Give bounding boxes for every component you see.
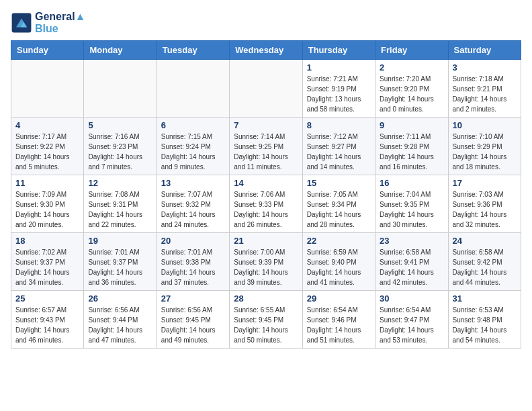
- sunset-text: Sunset: 9:24 PM: [161, 143, 211, 150]
- sunrise-text: Sunrise: 6:59 AM: [307, 248, 358, 256]
- day-number: 13: [161, 178, 225, 188]
- daylight-text: Daylight: 14 hours and 5 minutes.: [15, 153, 70, 171]
- daylight-text: Daylight: 14 hours and 28 minutes.: [307, 211, 361, 228]
- calendar-cell: 12 Sunrise: 7:08 AM Sunset: 9:31 PM Dayl…: [84, 175, 157, 233]
- calendar-cell: 17 Sunrise: 7:03 AM Sunset: 9:36 PM Dayl…: [448, 175, 521, 233]
- day-number: 19: [88, 236, 152, 246]
- daylight-text: Daylight: 13 hours and 58 minutes.: [307, 95, 361, 113]
- day-info: Sunrise: 7:01 AM Sunset: 9:37 PM Dayligh…: [88, 247, 152, 287]
- day-info: Sunrise: 6:55 AM Sunset: 9:45 PM Dayligh…: [234, 305, 298, 345]
- calendar-cell: 25 Sunrise: 6:57 AM Sunset: 9:43 PM Dayl…: [11, 291, 84, 349]
- daylight-text: Daylight: 14 hours and 53 minutes.: [380, 326, 434, 344]
- sunset-text: Sunset: 9:29 PM: [453, 143, 502, 150]
- calendar-cell: 20 Sunrise: 7:01 AM Sunset: 9:38 PM Dayl…: [157, 233, 229, 291]
- day-number: 14: [234, 178, 298, 188]
- day-number: 25: [15, 293, 79, 304]
- calendar-cell: 27 Sunrise: 6:56 AM Sunset: 9:45 PM Dayl…: [157, 291, 229, 349]
- day-number: 9: [380, 120, 443, 130]
- sunrise-text: Sunrise: 6:55 AM: [234, 306, 285, 314]
- sunrise-text: Sunrise: 7:00 AM: [234, 248, 285, 256]
- weekday-header-sunday: Sunday: [11, 41, 84, 60]
- daylight-text: Daylight: 14 hours and 20 minutes.: [15, 211, 70, 228]
- sunrise-text: Sunrise: 7:02 AM: [15, 248, 66, 256]
- day-number: 23: [380, 236, 443, 246]
- logo: General▲ Blue: [11, 11, 85, 35]
- sunrise-text: Sunrise: 7:04 AM: [380, 191, 431, 198]
- day-info: Sunrise: 6:56 AM Sunset: 9:45 PM Dayligh…: [161, 305, 225, 345]
- sunset-text: Sunset: 9:43 PM: [15, 316, 65, 324]
- weekday-header-friday: Friday: [375, 41, 448, 60]
- sunset-text: Sunset: 9:41 PM: [380, 259, 429, 266]
- calendar-cell: 2 Sunrise: 7:20 AM Sunset: 9:20 PM Dayli…: [375, 60, 448, 118]
- day-info: Sunrise: 7:15 AM Sunset: 9:24 PM Dayligh…: [161, 132, 225, 172]
- day-info: Sunrise: 6:56 AM Sunset: 9:44 PM Dayligh…: [88, 305, 152, 345]
- daylight-text: Daylight: 14 hours and 54 minutes.: [453, 326, 507, 344]
- day-number: 26: [88, 293, 152, 304]
- calendar-cell: 3 Sunrise: 7:18 AM Sunset: 9:21 PM Dayli…: [448, 60, 521, 118]
- weekday-header-thursday: Thursday: [302, 41, 375, 60]
- daylight-text: Daylight: 14 hours and 50 minutes.: [234, 326, 288, 344]
- day-number: 18: [15, 236, 79, 246]
- day-info: Sunrise: 7:16 AM Sunset: 9:23 PM Dayligh…: [88, 132, 152, 172]
- day-info: Sunrise: 6:58 AM Sunset: 9:41 PM Dayligh…: [380, 247, 443, 287]
- daylight-text: Daylight: 14 hours and 18 minutes.: [453, 153, 507, 171]
- daylight-text: Daylight: 14 hours and 39 minutes.: [234, 269, 288, 286]
- sunset-text: Sunset: 9:42 PM: [453, 259, 502, 266]
- calendar-cell: 23 Sunrise: 6:58 AM Sunset: 9:41 PM Dayl…: [375, 233, 448, 291]
- daylight-text: Daylight: 14 hours and 2 minutes.: [453, 95, 507, 113]
- day-number: 31: [453, 293, 517, 304]
- day-info: Sunrise: 7:01 AM Sunset: 9:38 PM Dayligh…: [161, 247, 225, 287]
- calendar-week-3: 11 Sunrise: 7:09 AM Sunset: 9:30 PM Dayl…: [11, 175, 521, 233]
- logo-text: General▲ Blue: [35, 11, 85, 35]
- sunset-text: Sunset: 9:32 PM: [161, 201, 211, 208]
- calendar-cell: 7 Sunrise: 7:14 AM Sunset: 9:25 PM Dayli…: [230, 118, 302, 175]
- calendar-cell: 11 Sunrise: 7:09 AM Sunset: 9:30 PM Dayl…: [11, 175, 84, 233]
- sunrise-text: Sunrise: 7:10 AM: [453, 133, 504, 140]
- day-info: Sunrise: 7:08 AM Sunset: 9:31 PM Dayligh…: [88, 189, 152, 230]
- day-info: Sunrise: 7:12 AM Sunset: 9:27 PM Dayligh…: [307, 132, 371, 172]
- sunset-text: Sunset: 9:48 PM: [453, 316, 502, 324]
- calendar-cell: [11, 60, 84, 118]
- daylight-text: Daylight: 14 hours and 34 minutes.: [15, 269, 70, 286]
- sunset-text: Sunset: 9:38 PM: [161, 259, 211, 266]
- daylight-text: Daylight: 14 hours and 37 minutes.: [161, 269, 216, 286]
- daylight-text: Daylight: 14 hours and 46 minutes.: [15, 326, 70, 344]
- weekday-header-wednesday: Wednesday: [230, 41, 302, 60]
- day-number: 6: [161, 120, 225, 130]
- calendar-cell: [157, 60, 229, 118]
- day-number: 5: [88, 120, 152, 130]
- calendar-cell: 31 Sunrise: 6:53 AM Sunset: 9:48 PM Dayl…: [448, 291, 521, 349]
- sunrise-text: Sunrise: 6:58 AM: [453, 248, 504, 256]
- sunset-text: Sunset: 9:19 PM: [307, 85, 357, 93]
- sunrise-text: Sunrise: 7:06 AM: [234, 191, 285, 198]
- sunrise-text: Sunrise: 6:54 AM: [307, 306, 358, 314]
- day-number: 16: [380, 178, 443, 188]
- sunset-text: Sunset: 9:37 PM: [15, 259, 65, 266]
- day-number: 29: [307, 293, 371, 304]
- daylight-text: Daylight: 14 hours and 26 minutes.: [234, 211, 288, 228]
- daylight-text: Daylight: 14 hours and 32 minutes.: [453, 211, 507, 228]
- sunrise-text: Sunrise: 7:14 AM: [234, 133, 285, 140]
- day-info: Sunrise: 6:54 AM Sunset: 9:47 PM Dayligh…: [380, 305, 443, 345]
- daylight-text: Daylight: 14 hours and 42 minutes.: [380, 269, 434, 286]
- sunrise-text: Sunrise: 7:16 AM: [88, 133, 139, 140]
- sunrise-text: Sunrise: 7:15 AM: [161, 133, 212, 140]
- daylight-text: Daylight: 14 hours and 24 minutes.: [161, 211, 216, 228]
- day-info: Sunrise: 6:59 AM Sunset: 9:40 PM Dayligh…: [307, 247, 371, 287]
- sunrise-text: Sunrise: 6:58 AM: [380, 248, 431, 256]
- calendar-week-2: 4 Sunrise: 7:17 AM Sunset: 9:22 PM Dayli…: [11, 118, 521, 175]
- daylight-text: Daylight: 14 hours and 36 minutes.: [88, 269, 142, 286]
- day-number: 22: [307, 236, 371, 246]
- day-number: 15: [307, 178, 371, 188]
- page-header: General▲ Blue: [11, 11, 521, 35]
- calendar-cell: [84, 60, 157, 118]
- calendar-cell: 21 Sunrise: 7:00 AM Sunset: 9:39 PM Dayl…: [230, 233, 302, 291]
- daylight-text: Daylight: 14 hours and 22 minutes.: [88, 211, 142, 228]
- calendar-cell: 6 Sunrise: 7:15 AM Sunset: 9:24 PM Dayli…: [157, 118, 229, 175]
- sunrise-text: Sunrise: 7:07 AM: [161, 191, 212, 198]
- day-info: Sunrise: 7:04 AM Sunset: 9:35 PM Dayligh…: [380, 189, 443, 230]
- day-info: Sunrise: 7:02 AM Sunset: 9:37 PM Dayligh…: [15, 247, 79, 287]
- day-number: 24: [453, 236, 517, 246]
- calendar-cell: 15 Sunrise: 7:05 AM Sunset: 9:34 PM Dayl…: [302, 175, 375, 233]
- sunrise-text: Sunrise: 7:18 AM: [453, 75, 504, 83]
